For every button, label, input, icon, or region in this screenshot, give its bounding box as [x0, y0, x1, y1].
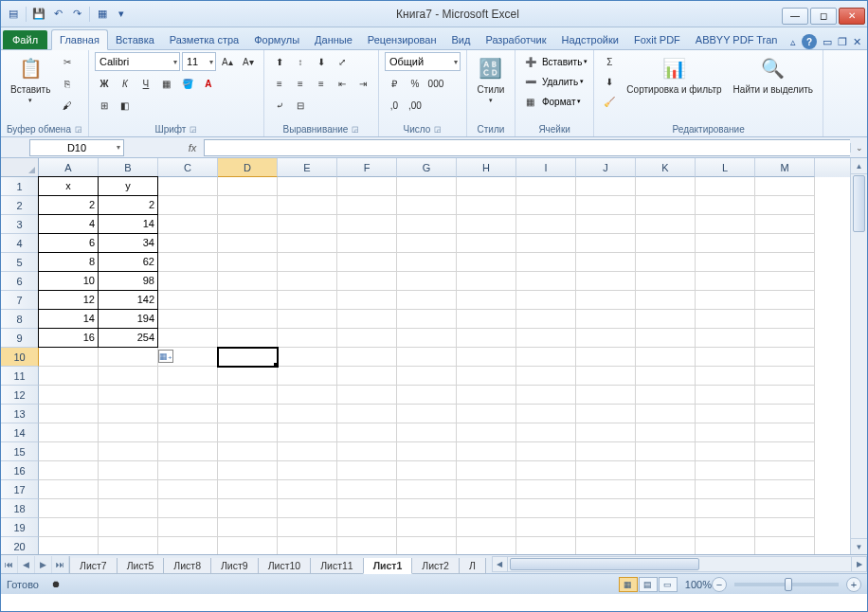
- horizontal-scrollbar[interactable]: ◀ ▶: [492, 556, 867, 572]
- cell[interactable]: [278, 442, 337, 461]
- cell[interactable]: 194: [98, 309, 158, 329]
- copy-icon[interactable]: ⎘: [58, 74, 77, 93]
- macro-record-icon[interactable]: ⏺: [46, 575, 65, 594]
- cell[interactable]: [39, 537, 99, 554]
- sheet-tab[interactable]: Лист2: [411, 558, 460, 574]
- cell[interactable]: [278, 291, 337, 310]
- cell[interactable]: [636, 291, 696, 310]
- cell[interactable]: [516, 480, 576, 499]
- italic-icon[interactable]: К: [116, 74, 135, 93]
- cell[interactable]: [218, 423, 278, 442]
- orientation-icon[interactable]: ⤢: [333, 52, 352, 71]
- cell[interactable]: [636, 537, 696, 554]
- column-header[interactable]: F: [337, 158, 397, 177]
- select-all-button[interactable]: [1, 158, 39, 177]
- cell[interactable]: [39, 386, 99, 405]
- excel-icon[interactable]: ▤: [5, 6, 22, 23]
- cell[interactable]: [278, 423, 337, 442]
- cell[interactable]: 8: [38, 252, 99, 272]
- cell[interactable]: [516, 348, 576, 367]
- cell[interactable]: [457, 461, 516, 480]
- cell[interactable]: [576, 215, 636, 234]
- cell[interactable]: [278, 537, 337, 554]
- scroll-right-icon[interactable]: ▶: [851, 557, 866, 571]
- row-header[interactable]: 6: [1, 272, 39, 291]
- help-icon[interactable]: ?: [802, 34, 817, 49]
- cell[interactable]: [337, 234, 397, 253]
- cell[interactable]: [516, 537, 576, 554]
- sheet-first-icon[interactable]: ⏮: [1, 556, 18, 573]
- row-header[interactable]: 4: [1, 234, 39, 253]
- cell[interactable]: [516, 499, 576, 518]
- row-header[interactable]: 7: [1, 291, 39, 310]
- cell[interactable]: [755, 537, 815, 554]
- cell[interactable]: [397, 329, 457, 348]
- cell[interactable]: [516, 234, 576, 253]
- launcher-icon[interactable]: ◲: [352, 125, 359, 134]
- align-bottom-icon[interactable]: ⬇: [312, 52, 331, 71]
- cell[interactable]: [218, 291, 278, 310]
- cell[interactable]: [337, 215, 397, 234]
- cell[interactable]: [696, 423, 755, 442]
- cell[interactable]: [278, 499, 337, 518]
- cell[interactable]: [158, 367, 218, 386]
- cell[interactable]: [278, 480, 337, 499]
- cell[interactable]: [99, 480, 158, 499]
- styles-button[interactable]: 🔠 Стили ▾: [473, 52, 509, 106]
- clear-icon[interactable]: 🧹: [600, 92, 619, 111]
- normal-view-icon[interactable]: ▦: [619, 577, 638, 592]
- cell[interactable]: [218, 537, 278, 554]
- cell[interactable]: [516, 367, 576, 386]
- column-header[interactable]: A: [39, 158, 99, 177]
- zoom-in-button[interactable]: +: [846, 577, 861, 592]
- cell[interactable]: [99, 367, 158, 386]
- cell[interactable]: [636, 386, 696, 405]
- cell[interactable]: [218, 405, 278, 423]
- cell[interactable]: [397, 518, 457, 537]
- cell[interactable]: [278, 234, 337, 253]
- fill-color-icon[interactable]: 🪣: [178, 74, 197, 93]
- cell[interactable]: [696, 480, 755, 499]
- align-left-icon[interactable]: ≡: [270, 74, 289, 93]
- comma-icon[interactable]: 000: [426, 74, 445, 93]
- fill-icon[interactable]: ⬇: [600, 72, 619, 91]
- cell[interactable]: 14: [98, 214, 158, 234]
- zoom-slider[interactable]: [734, 583, 839, 586]
- column-header[interactable]: K: [636, 158, 696, 177]
- cell[interactable]: [158, 253, 218, 272]
- cell[interactable]: [755, 253, 815, 272]
- paste-button[interactable]: 📋 Вставить ▾: [7, 52, 54, 106]
- cell[interactable]: [278, 461, 337, 480]
- page-layout-view-icon[interactable]: ▤: [639, 577, 658, 592]
- file-tab[interactable]: Файл: [3, 30, 47, 49]
- cell[interactable]: [218, 272, 278, 291]
- align-top-icon[interactable]: ⬆: [270, 52, 289, 71]
- row-header[interactable]: 8: [1, 310, 39, 329]
- cell[interactable]: [755, 348, 815, 367]
- cell[interactable]: 62: [98, 252, 158, 272]
- font-size-combo[interactable]: 11: [182, 52, 216, 71]
- cell[interactable]: 98: [98, 271, 158, 291]
- cell[interactable]: [278, 196, 337, 215]
- cell[interactable]: [397, 442, 457, 461]
- column-header[interactable]: L: [696, 158, 755, 177]
- row-header[interactable]: 20: [1, 537, 39, 554]
- mdi-close-icon[interactable]: ✕: [853, 36, 861, 48]
- ribbon-tab[interactable]: Вид: [444, 30, 479, 49]
- cell[interactable]: [218, 215, 278, 234]
- cell[interactable]: [457, 234, 516, 253]
- cell[interactable]: x: [38, 176, 99, 196]
- cell[interactable]: [218, 386, 278, 405]
- row-header[interactable]: 1: [1, 177, 39, 196]
- cell[interactable]: [755, 291, 815, 310]
- cell[interactable]: 34: [98, 233, 158, 253]
- launcher-icon[interactable]: ◲: [190, 125, 197, 134]
- cell[interactable]: [696, 177, 755, 196]
- cell[interactable]: [397, 196, 457, 215]
- sheet-tab[interactable]: Л: [459, 558, 486, 574]
- cut-icon[interactable]: ✂: [58, 52, 77, 71]
- decrease-decimal-icon[interactable]: ,00: [406, 96, 425, 115]
- cell[interactable]: [397, 177, 457, 196]
- column-header[interactable]: M: [755, 158, 815, 177]
- cell[interactable]: [158, 329, 218, 348]
